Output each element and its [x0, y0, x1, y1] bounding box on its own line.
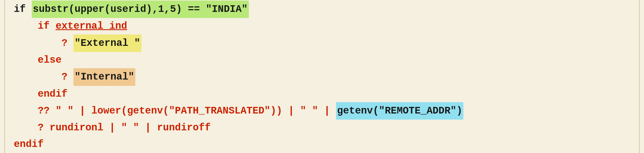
code-text: ? rundironl | " " | rundiroff: [14, 120, 211, 136]
code-line-4: else: [14, 52, 630, 68]
code-text: ?: [14, 35, 73, 51]
code-line-9: endif: [14, 136, 630, 152]
code-line-5: ? "Internal": [14, 68, 630, 86]
code-line-2: if external_ind: [14, 18, 630, 34]
code-text-underline: external_ind: [56, 18, 127, 34]
code-text: ?? " " | lower(getenv("PATH_TRANSLATED")…: [14, 103, 336, 119]
code-highlight-yellow: "External ": [73, 35, 141, 52]
code-line-1: if substr(upper(userid),1,5) == "INDIA": [14, 1, 630, 18]
code-highlight-cyan: getenv("REMOTE_ADDR"): [336, 102, 464, 120]
code-text: else: [14, 52, 62, 68]
code-line-8: ? rundironl | " " | rundiroff: [14, 120, 630, 136]
code-text: if: [14, 18, 56, 34]
code-text: if: [14, 1, 32, 17]
code-line-3: ? "External ": [14, 35, 630, 52]
code-text: ?: [14, 69, 73, 85]
code-line-7: ?? " " | lower(getenv("PATH_TRANSLATED")…: [14, 102, 630, 120]
code-highlight-orange: "Internal": [73, 68, 135, 86]
code-text: endif: [14, 136, 44, 152]
code-highlight-green: substr(upper(userid),1,5) == "INDIA": [32, 1, 249, 18]
code-line-6: endif: [14, 86, 630, 102]
code-block: if substr(upper(userid),1,5) == "INDIA" …: [4, 0, 640, 153]
code-text: endif: [14, 86, 67, 102]
